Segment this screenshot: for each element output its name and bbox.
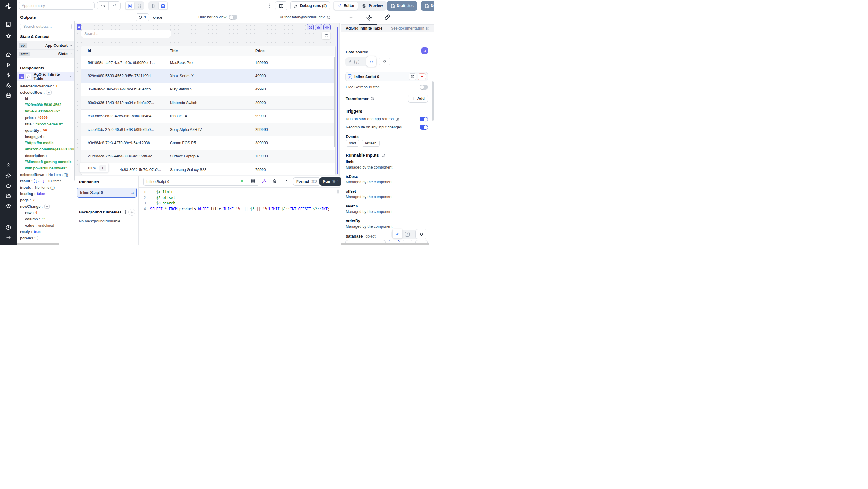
edit-component-button[interactable]: [25, 74, 31, 79]
data-source-label: Data source: [346, 50, 368, 54]
see-documentation-link[interactable]: See documentation: [391, 26, 430, 30]
table-row[interactable]: 354f6afd-43ac-4321-b1bc-0b5e5adcb...Play…: [82, 83, 336, 96]
cell-title: MacBook Pro: [165, 56, 250, 69]
state-row[interactable]: state State: [17, 50, 75, 59]
expand-node-button[interactable]: −: [44, 204, 50, 209]
settings-horizontal-scrollbar[interactable]: [341, 243, 430, 245]
outputs-horizontal-scrollbar[interactable]: [17, 243, 59, 245]
settings-gear-icon[interactable]: [0, 170, 17, 181]
windmill-logo-icon[interactable]: [0, 0, 17, 12]
column-header-id[interactable]: Id: [82, 46, 165, 56]
format-button[interactable]: Format ⌘S: [293, 177, 321, 186]
workspace-icon[interactable]: [0, 19, 17, 29]
home-icon[interactable]: [0, 50, 17, 60]
ai-robot-icon[interactable]: [0, 181, 17, 191]
debug-runs-button[interactable]: Debug runs (4): [290, 1, 330, 10]
favorites-star-icon[interactable]: [0, 31, 17, 41]
schedules-calendar-icon[interactable]: [0, 90, 17, 101]
database-static-pencil-button[interactable]: [393, 228, 403, 239]
runnable-item-inline-script-0[interactable]: Inline Script 0 a: [77, 187, 136, 198]
run-button[interactable]: Run ⌘⏎: [319, 177, 342, 186]
database-f-icon[interactable]: f: [405, 232, 410, 237]
tab-preview[interactable]: Preview: [359, 1, 386, 10]
zoom-in-button[interactable]: +: [99, 164, 106, 171]
editor-scrollbar[interactable]: [337, 189, 339, 193]
user-icon[interactable]: [0, 160, 17, 170]
code-editor[interactable]: 1-- $1 limit2-- $2 offset3-- $3 search4S…: [138, 189, 340, 212]
aggrid-component[interactable]: a Id Title Price f991898d-cb27-4ac7-b10c…: [78, 27, 338, 174]
component-refresh-button[interactable]: [321, 32, 331, 39]
expand-component-button[interactable]: [307, 24, 314, 30]
kebab-menu-icon[interactable]: [267, 2, 271, 10]
template-mode-f-icon[interactable]: f: [354, 60, 359, 64]
cell-id: 829ca080-5630-4562-9d5e-7611199d...: [82, 69, 165, 82]
add-background-runnable-button[interactable]: [128, 209, 135, 216]
table-row[interactable]: ccee43dc-27e0-40a8-b768-b09579b0...Sony …: [82, 123, 336, 136]
component-tree-row[interactable]: a AgGrid Infinite Table: [17, 72, 75, 81]
zoom-out-button[interactable]: −: [82, 165, 84, 170]
table-row[interactable]: 89c0a336-1343-4812-ac34-e4bb8e27...Ninte…: [82, 96, 336, 110]
move-component-button[interactable]: [323, 24, 331, 30]
tab-insert-plus-icon[interactable]: [349, 15, 353, 20]
tab-settings-diamonds-icon[interactable]: [366, 14, 373, 21]
chevron-down-icon-3: [164, 16, 168, 19]
database-plug-button[interactable]: [415, 229, 427, 239]
folders-icon[interactable]: [0, 191, 17, 201]
table-row[interactable]: c303bce7-cb2e-42c6-8fdf-6aa01fc4e4...iPh…: [82, 110, 336, 123]
runs-play-icon[interactable]: [0, 60, 17, 70]
eye-icon[interactable]: [0, 201, 17, 211]
run-on-start-toggle[interactable]: [420, 117, 428, 122]
undo-button[interactable]: [97, 1, 109, 10]
schedule-mode-dropdown[interactable]: once: [153, 13, 168, 21]
app-canvas[interactable]: a Id Title Price f991898d-cb27-4ac7-b10c…: [75, 23, 340, 176]
outputs-vertical-scrollbar[interactable]: [73, 21, 75, 181]
hide-bar-toggle[interactable]: [229, 15, 237, 20]
tab-styling-brush-icon[interactable]: [384, 14, 390, 21]
connect-plug-button[interactable]: [379, 57, 390, 66]
recompute-toggle[interactable]: [420, 125, 428, 130]
expand-array-button[interactable]: [...]: [34, 179, 46, 183]
table-row[interactable]: 2128adca-7fc6-44bd-800c-dc115df6ac...Sur…: [82, 150, 336, 163]
help-icon[interactable]: [0, 222, 17, 233]
column-header-price[interactable]: Price: [250, 46, 336, 56]
expand-node-button[interactable]: −: [37, 236, 42, 240]
app-summary-input[interactable]: [19, 2, 95, 10]
ctx-row[interactable]: ctx App Context: [17, 41, 75, 50]
table-row[interactable]: b3e864c8-7fe3-4270-89e9-54c12038...Canon…: [82, 136, 336, 150]
database-icon[interactable]: [251, 179, 255, 183]
redo-button[interactable]: [109, 1, 120, 10]
anchor-component-button[interactable]: [315, 24, 322, 30]
variables-dollar-icon[interactable]: [0, 70, 17, 80]
table-search-input[interactable]: [81, 30, 171, 38]
fullscreen-icon[interactable]: [283, 179, 288, 183]
desktop-view-button[interactable]: [158, 2, 167, 10]
remove-script-button[interactable]: [418, 73, 426, 80]
mobile-view-button[interactable]: [149, 2, 158, 10]
outputs-panel: Outputs State & Context ctx App Context …: [17, 11, 75, 245]
code-mode-button[interactable]: [366, 56, 376, 67]
tab-editor[interactable]: Editor: [334, 1, 358, 10]
column-header-title[interactable]: Title: [165, 46, 250, 56]
delete-script-icon[interactable]: [273, 179, 277, 183]
ai-wand-icon[interactable]: [261, 179, 266, 183]
docs-book-button[interactable]: [275, 1, 287, 10]
table-row[interactable]: f991898d-cb27-4ac7-b10c-0b9050ce1...MacB…: [82, 56, 336, 69]
draft-button[interactable]: Draft ⌘S: [387, 1, 417, 10]
collapse-arrow-icon[interactable]: [0, 233, 17, 243]
refresh-count-button[interactable]: 1: [135, 13, 149, 21]
resources-cubes-icon[interactable]: [0, 80, 17, 90]
expand-node-button[interactable]: −: [46, 90, 52, 95]
table-row[interactable]: 4c83-8022-5e70a07a2...Samsung Galaxy S23…: [82, 163, 336, 175]
add-transformer-button[interactable]: Add: [408, 95, 428, 102]
open-script-button[interactable]: [409, 73, 416, 80]
table-row[interactable]: 829ca080-5630-4562-9d5e-7611199d...Xbox …: [82, 69, 336, 83]
search-outputs-input[interactable]: [20, 23, 72, 30]
static-mode-pencil-icon[interactable]: [347, 60, 351, 64]
settings-vertical-scrollbar[interactable]: [432, 82, 434, 121]
align-center-button[interactable]: [125, 2, 135, 10]
deploy-button[interactable]: Deploy: [421, 1, 434, 10]
expand-layout-button[interactable]: [135, 2, 144, 10]
hide-refresh-toggle[interactable]: [420, 85, 428, 90]
background-runnables-title: Background runnables: [79, 210, 122, 214]
table-scrollbar[interactable]: [334, 57, 335, 147]
